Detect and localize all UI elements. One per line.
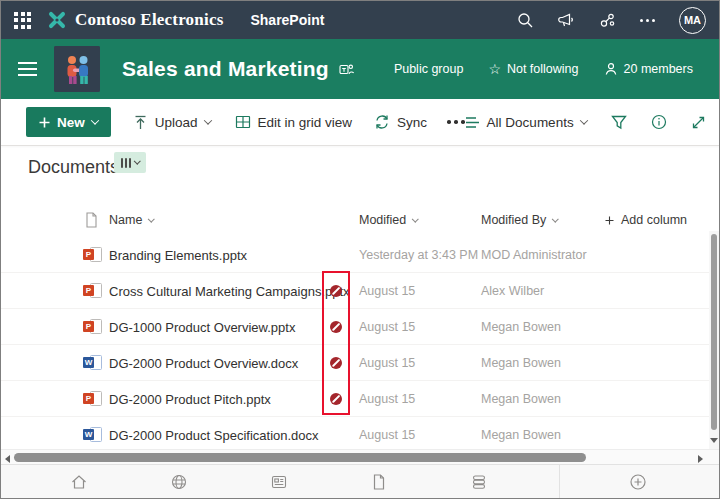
page-icon[interactable] — [370, 473, 389, 492]
horizontal-scrollbar-thumb[interactable] — [14, 453, 586, 462]
plus-icon — [605, 216, 614, 225]
more-options-icon[interactable] — [640, 19, 655, 22]
privacy-label: Public group — [394, 62, 464, 76]
search-icon[interactable] — [517, 12, 534, 29]
document-rows: P Branding Elements.pptx Yesterday at 3:… — [1, 237, 719, 453]
file-type-icon: W — [83, 427, 102, 443]
org-chart-icon[interactable] — [599, 12, 616, 29]
file-name-link[interactable]: Branding Elements.pptx — [109, 247, 247, 262]
news-icon[interactable] — [270, 473, 289, 492]
command-bar: New Upload Edit in grid view Sync — [1, 99, 719, 146]
column-header-name[interactable]: Name — [109, 213, 154, 227]
site-logo[interactable] — [54, 46, 100, 92]
brand-name: Contoso Electronics — [75, 10, 223, 30]
file-type-icon: W — [83, 355, 102, 371]
upload-button[interactable]: Upload — [133, 115, 211, 130]
person-icon — [604, 62, 618, 76]
modified-by-cell: Megan Bowen — [481, 428, 561, 442]
command-more-icon[interactable] — [447, 120, 465, 124]
mobile-nav-footer — [1, 464, 719, 499]
list-title: Documents — [28, 157, 119, 178]
modified-cell: Yesterday at 3:43 PM — [359, 248, 478, 262]
modified-by-cell: Megan Bowen — [481, 392, 561, 406]
follow-button[interactable]: ☆ Not following — [488, 62, 578, 76]
app-name-link[interactable]: SharePoint — [250, 12, 324, 28]
modified-by-cell: MOD Administrator — [481, 248, 587, 262]
app-launcher-icon[interactable] — [14, 12, 31, 29]
info-icon[interactable] — [651, 114, 667, 130]
library-icon[interactable] — [470, 473, 489, 492]
globe-icon[interactable] — [170, 473, 189, 492]
hamburger-menu-icon[interactable] — [18, 62, 37, 76]
sync-button[interactable]: Sync — [374, 114, 427, 130]
modified-cell: August 15 — [359, 284, 415, 298]
sharepoint-window: Contoso Electronics SharePoint — [0, 0, 720, 499]
filter-icon[interactable] — [611, 115, 627, 130]
file-name-link[interactable]: Cross Cultural Marketing Campaigns.pptx — [109, 283, 350, 298]
file-name-link[interactable]: DG-2000 Product Specification.docx — [109, 427, 319, 442]
vertical-scrollbar-thumb[interactable] — [711, 234, 717, 430]
bars-icon — [121, 158, 124, 168]
modified-by-cell: Megan Bowen — [481, 356, 561, 370]
expand-icon[interactable] — [691, 115, 706, 130]
file-name-link[interactable]: DG-2000 Product Overview.docx — [109, 355, 298, 370]
scroll-down-arrow[interactable] — [710, 438, 718, 443]
horizontal-scrollbar[interactable] — [1, 449, 719, 464]
megaphone-icon[interactable] — [558, 12, 575, 29]
sharing-blocked-icon — [330, 393, 342, 405]
modified-by-cell: Megan Bowen — [481, 320, 561, 334]
footer-divider — [559, 465, 560, 499]
table-row[interactable]: P DG-2000 Product Pitch.pptx August 15 M… — [1, 381, 719, 417]
vertical-scrollbar[interactable] — [709, 231, 719, 449]
file-name-link[interactable]: DG-1000 Product Overview.pptx — [109, 319, 295, 334]
new-button[interactable]: New — [26, 107, 111, 137]
scroll-left-arrow[interactable] — [5, 455, 10, 463]
contoso-logo-icon — [46, 9, 68, 31]
account-avatar[interactable]: MA — [679, 7, 706, 34]
table-row[interactable]: W DG-2000 Product Specification.docx Aug… — [1, 417, 719, 453]
grid-icon — [235, 114, 251, 130]
sync-icon — [374, 114, 390, 130]
add-icon[interactable] — [629, 473, 648, 492]
teams-icon — [339, 62, 354, 77]
site-header: Sales and Marketing Public group ☆ Not f… — [1, 39, 719, 99]
list-view-badge[interactable] — [114, 152, 146, 173]
add-column-button[interactable]: Add column — [605, 213, 687, 227]
site-title[interactable]: Sales and Marketing — [122, 57, 329, 81]
column-header-modified[interactable]: Modified — [359, 213, 418, 227]
file-type-icon: P — [83, 247, 102, 263]
view-selector[interactable]: All Documents — [465, 115, 587, 130]
table-row[interactable]: P Cross Cultural Marketing Campaigns.ppt… — [1, 273, 719, 309]
plus-icon — [39, 117, 50, 128]
column-header-modified-by[interactable]: Modified By — [481, 213, 558, 227]
table-row[interactable]: P Branding Elements.pptx Yesterday at 3:… — [1, 237, 719, 273]
file-type-icon: P — [83, 391, 102, 407]
list-view-icon — [465, 116, 480, 129]
file-column-icon — [84, 212, 99, 229]
sharing-blocked-icon — [330, 357, 342, 369]
modified-cell: August 15 — [359, 356, 415, 370]
file-type-icon: P — [83, 319, 102, 335]
upload-icon — [133, 115, 148, 130]
modified-by-cell: Alex Wilber — [481, 284, 544, 298]
modified-cell: August 15 — [359, 392, 415, 406]
scroll-right-arrow[interactable] — [698, 455, 703, 463]
home-icon[interactable] — [70, 473, 89, 492]
members-button[interactable]: 20 members — [604, 62, 693, 76]
star-icon: ☆ — [488, 62, 501, 76]
table-row[interactable]: P DG-1000 Product Overview.pptx August 1… — [1, 309, 719, 345]
table-row[interactable]: W DG-2000 Product Overview.docx August 1… — [1, 345, 719, 381]
modified-cell: August 15 — [359, 320, 415, 334]
sharing-blocked-icon — [330, 285, 342, 297]
file-name-link[interactable]: DG-2000 Product Pitch.pptx — [109, 391, 271, 406]
table-header: Name Modified Modified By Add column — [1, 205, 719, 235]
file-type-icon: P — [83, 283, 102, 299]
sharing-blocked-icon — [330, 321, 342, 333]
edit-grid-view-button[interactable]: Edit in grid view — [235, 114, 353, 130]
suite-bar: Contoso Electronics SharePoint — [1, 1, 719, 39]
modified-cell: August 15 — [359, 428, 415, 442]
